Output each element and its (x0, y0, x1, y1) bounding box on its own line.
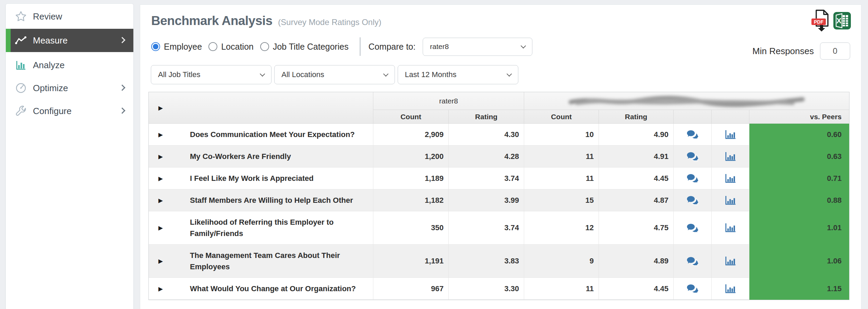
table-row: ▶ My Co-Workers Are Friendly 1,200 4.28 … (149, 146, 849, 168)
comments-cell (674, 211, 712, 245)
main-panel: Benchmark Analysis (Survey Mode Ratings … (140, 4, 861, 309)
chevron-down-icon (383, 71, 389, 77)
peer-count-cell: 11 (524, 168, 599, 189)
count-cell: 2,909 (373, 124, 449, 146)
row-expand-toggle[interactable]: ▶ (158, 256, 163, 267)
wrench-icon (15, 105, 27, 117)
comments-icon (687, 129, 698, 139)
locations-dropdown[interactable]: All Locations (274, 65, 395, 84)
chart-cell (712, 211, 749, 245)
export-pdf-button[interactable]: PDF (811, 9, 832, 32)
radio-button-icon (260, 42, 269, 51)
sidebar-item-optimize[interactable]: Optimize (6, 78, 133, 98)
radio-label: Location (221, 42, 254, 52)
chevron-down-icon (260, 71, 265, 77)
row-expand-toggle[interactable]: ▶ (158, 222, 163, 234)
row-expand-toggle[interactable]: ▶ (158, 173, 163, 184)
row-expand-toggle[interactable]: ▶ (158, 283, 163, 294)
question-cell: ▶ What Would You Change at Our Organizat… (149, 278, 373, 300)
svg-text:X: X (836, 16, 842, 25)
row-bar-chart-icon (725, 196, 736, 205)
chart-cell (712, 124, 749, 146)
peer-count-cell: 11 (524, 146, 599, 168)
column-header-chart (712, 110, 749, 124)
radio-location[interactable]: Location (208, 42, 254, 52)
job-titles-value: All Job Titles (158, 70, 201, 79)
bar-chart-icon (15, 59, 27, 71)
row-expand-toggle[interactable]: ▶ (158, 195, 163, 206)
table-row: ▶ Likelihood of Referring this Employer … (149, 211, 849, 245)
row-expand-toggle[interactable]: ▶ (158, 151, 163, 162)
column-header-peer-count: Count (524, 110, 599, 124)
svg-text:PDF: PDF (814, 19, 823, 25)
period-dropdown[interactable]: Last 12 Months (398, 65, 518, 84)
min-responses-label: Min Responses (689, 42, 814, 60)
count-cell: 1,191 (373, 245, 449, 278)
question-text: Does Communication Meet Your Expectation… (190, 129, 355, 140)
comments-button[interactable] (687, 195, 698, 205)
comments-button[interactable] (687, 151, 698, 161)
count-cell: 1,200 (373, 146, 449, 168)
column-header-count: Count (373, 110, 449, 124)
peer-rating-cell: 4.89 (599, 245, 674, 278)
sidebar-item-review[interactable]: Review (6, 7, 133, 26)
export-excel-button[interactable]: X (833, 12, 851, 29)
count-cell: 967 (373, 278, 449, 300)
row-bar-chart-button[interactable] (725, 174, 736, 183)
count-cell: 350 (373, 211, 449, 245)
comments-button[interactable] (687, 173, 698, 183)
row-expand-toggle[interactable]: ▶ (158, 129, 163, 140)
page-title: Benchmark Analysis (151, 14, 273, 28)
vs-peers-cell: 0.88 (749, 189, 849, 211)
comments-button[interactable] (687, 223, 698, 233)
comments-button[interactable] (687, 129, 698, 139)
job-titles-dropdown[interactable]: All Job Titles (151, 65, 272, 84)
compare-to-select[interactable]: rater8 (423, 38, 532, 56)
line-chart-icon (15, 34, 27, 47)
row-bar-chart-button[interactable] (725, 223, 736, 233)
sidebar-item-label: Analyze (33, 60, 65, 71)
comments-icon (687, 284, 698, 294)
compare-to-label: Compare to: (369, 42, 416, 52)
sidebar-item-label: Optimize (33, 83, 68, 94)
peer-rating-cell: 4.75 (599, 211, 674, 245)
comments-icon (687, 195, 698, 205)
row-bar-chart-icon (725, 152, 736, 161)
chart-cell (712, 278, 749, 300)
sidebar-item-analyze[interactable]: Analyze (6, 55, 133, 75)
question-column-header: ▶ (149, 92, 373, 124)
row-bar-chart-button[interactable] (725, 196, 736, 205)
column-header-peer-rating: Rating (599, 110, 674, 124)
radio-button-icon (208, 42, 217, 51)
row-bar-chart-button[interactable] (725, 152, 736, 161)
excel-icon: X (833, 25, 851, 30)
radio-employee[interactable]: Employee (151, 42, 202, 52)
radio-button-icon (151, 42, 160, 51)
comments-icon (687, 223, 698, 233)
peer-count-cell: 9 (524, 245, 599, 278)
peer-count-cell: 15 (524, 189, 599, 211)
min-responses-input[interactable] (820, 42, 850, 60)
row-bar-chart-button[interactable] (725, 130, 736, 139)
row-bar-chart-icon (725, 130, 736, 139)
vs-peers-cell: 0.60 (749, 124, 849, 146)
row-bar-chart-button[interactable] (725, 284, 736, 294)
question-text: Staff Members Are Willing to Help Each O… (190, 195, 353, 206)
question-text: What Would You Change at Our Organizatio… (190, 283, 356, 294)
comments-button[interactable] (687, 256, 698, 266)
expand-all-toggle[interactable]: ▶ (158, 104, 163, 111)
vs-peers-cell: 1.06 (749, 245, 849, 278)
comments-button[interactable] (687, 284, 698, 294)
peer-count-cell: 11 (524, 278, 599, 300)
sidebar-item-label: Configure (33, 106, 72, 116)
rating-cell: 3.99 (449, 189, 524, 211)
row-bar-chart-icon (725, 256, 736, 266)
comments-cell (674, 278, 712, 300)
rating-cell: 4.28 (449, 146, 524, 168)
sidebar-item-configure[interactable]: Configure (6, 101, 133, 121)
question-cell: ▶ The Management Team Cares About Their … (149, 245, 373, 278)
star-icon (15, 10, 27, 23)
sidebar-item-measure[interactable]: Measure (6, 29, 133, 52)
row-bar-chart-button[interactable] (725, 256, 736, 266)
radio-job-title-categories[interactable]: Job Title Categories (260, 42, 349, 52)
